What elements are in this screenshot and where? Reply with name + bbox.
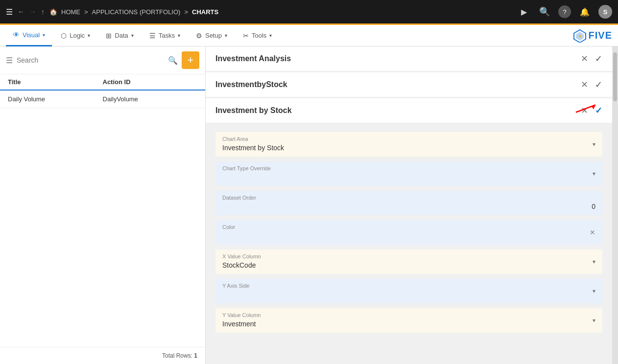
charts-label[interactable]: CHARTS (192, 8, 218, 16)
data-icon: ⊞ (106, 32, 112, 40)
five-logo-text: FIVE (589, 30, 612, 41)
tab-tools[interactable]: ✂ Tools ▾ (236, 25, 279, 46)
sidebar-rows: Daily Volume DailyVolume (0, 91, 205, 347)
data-caret: ▾ (131, 33, 134, 38)
main-area: ☰ 🔍 + Title Action ID Daily Volume Daily… (0, 46, 618, 364)
tab-data[interactable]: ⊞ Data ▾ (99, 25, 140, 46)
investment-by-stock-title: Investment by Stock (215, 106, 292, 115)
tasks-caret: ▾ (178, 33, 180, 38)
filter-icon: ☰ (6, 56, 13, 65)
home-icon: 🏠 (49, 8, 57, 16)
chart-type-override-label: Chart Type Override (222, 165, 595, 171)
investment-by-stock-header-title: InvestmentbyStock (215, 80, 287, 89)
data-label: Data (115, 32, 128, 39)
sidebar-footer: Total Rows: 1 (0, 347, 205, 364)
top-nav-left: ☰ ← → ↑ 🏠 HOME > APPLICATIONS (PORTFOLIO… (6, 7, 511, 17)
y-value-column-label: Y Value Column (222, 312, 595, 318)
search-icon[interactable]: 🔍 (168, 56, 178, 65)
investment-analysis-section: Investment Analysis ✕ ✓ (206, 46, 612, 71)
dataset-order-field[interactable]: Dataset Order 0 (215, 191, 602, 215)
tasks-icon: ☰ (149, 32, 156, 40)
row-title: Daily Volume (8, 95, 103, 103)
second-nav: 👁 Visual ▾ ⬡ Logic ▾ ⊞ Data ▾ ☰ Tasks ▾ … (0, 25, 618, 46)
y-axis-side-dropdown-icon[interactable]: ▾ (593, 288, 595, 295)
search-nav-icon[interactable]: 🔍 (538, 5, 551, 19)
add-button[interactable]: + (182, 51, 199, 69)
sep2: > (184, 8, 188, 16)
column-title-header: Title (8, 78, 103, 86)
chart-area-field[interactable]: Chart Area Investment by Stock ▾ (215, 132, 602, 157)
chart-area-value: Investment by Stock (222, 144, 595, 152)
sep1: > (84, 8, 88, 16)
svg-text:✦: ✦ (578, 34, 582, 39)
chart-type-override-dropdown-icon[interactable]: ▾ (593, 170, 595, 177)
right-panel-wrapper: Investment Analysis ✕ ✓ InvestmentbyStoc… (206, 46, 618, 364)
x-value-column-label: X Value Column (222, 253, 595, 259)
y-value-column-field[interactable]: Y Value Column Investment ▾ (215, 308, 602, 333)
confirm-analysis-icon[interactable]: ✓ (595, 53, 602, 64)
chart-area-dropdown-icon[interactable]: ▾ (593, 141, 595, 148)
avatar[interactable]: S (598, 5, 612, 19)
dataset-order-value: 0 (222, 203, 595, 210)
confirm-header-icon[interactable]: ✓ (595, 79, 602, 90)
five-logo: ✦ FIVE (573, 29, 612, 43)
close-header-icon[interactable]: ✕ (581, 79, 588, 90)
confirm-investment-icon[interactable]: ✓ (595, 105, 602, 116)
row-action-id: DailyVolume (103, 95, 198, 103)
up-arrow-icon[interactable]: ↑ (41, 8, 45, 16)
setup-icon: ⚙ (196, 32, 202, 40)
close-analysis-icon[interactable]: ✕ (581, 53, 588, 64)
color-value (222, 232, 595, 240)
tools-caret: ▾ (269, 33, 272, 38)
total-rows-count: 1 (194, 352, 197, 359)
visual-caret: ▾ (43, 32, 45, 38)
notification-icon[interactable]: 🔔 (578, 5, 592, 19)
chart-area-label: Chart Area (222, 136, 595, 142)
tasks-label: Tasks (159, 32, 175, 39)
chart-type-override-field[interactable]: Chart Type Override ▾ (215, 161, 602, 186)
table-header: Title Action ID (0, 74, 205, 91)
scrollbar-thumb[interactable] (613, 52, 617, 101)
y-axis-side-field[interactable]: Y Axis Side ▾ (215, 279, 602, 303)
scrollbar-track[interactable] (612, 46, 618, 364)
color-clear-icon[interactable]: ✕ (590, 228, 595, 236)
dataset-order-label: Dataset Order (222, 195, 595, 201)
color-field[interactable]: Color ✕ (215, 220, 602, 245)
y-value-column-value: Investment (222, 320, 595, 328)
chart-type-override-value (222, 173, 595, 181)
table-row[interactable]: Daily Volume DailyVolume (0, 91, 205, 108)
breadcrumb: 🏠 HOME > APPLICATIONS (PORTFOLIO) > CHAR… (49, 8, 218, 16)
forward-icon[interactable]: → (29, 8, 36, 16)
logic-icon: ⬡ (61, 32, 67, 40)
tab-logic[interactable]: ⬡ Logic ▾ (54, 25, 97, 46)
search-input[interactable] (17, 56, 164, 64)
back-arrow-icon[interactable]: ← (18, 8, 24, 16)
logic-caret: ▾ (88, 33, 90, 38)
help-icon[interactable]: ? (558, 5, 571, 18)
investment-analysis-actions: ✕ ✓ (581, 53, 602, 64)
hamburger-icon[interactable]: ☰ (6, 7, 13, 17)
investment-by-stock-actions: ✕ ✓ (581, 105, 602, 116)
x-value-column-dropdown-icon[interactable]: ▾ (593, 258, 595, 265)
top-nav-right: ▶ 🔍 ? 🔔 S (517, 5, 612, 19)
investment-analysis-title: Investment Analysis (215, 54, 291, 63)
investment-by-stock-header-actions: ✕ ✓ (581, 79, 602, 90)
home-label[interactable]: HOME (61, 8, 80, 16)
logic-label: Logic (70, 32, 85, 39)
play-button[interactable]: ▶ (517, 5, 531, 19)
tab-visual[interactable]: 👁 Visual ▾ (6, 25, 52, 46)
x-value-column-field[interactable]: X Value Column StockCode ▾ (215, 250, 602, 274)
y-value-column-dropdown-icon[interactable]: ▾ (593, 317, 595, 324)
five-logo-icon: ✦ (573, 29, 587, 43)
close-investment-icon[interactable]: ✕ (581, 105, 588, 116)
tab-setup[interactable]: ⚙ Setup ▾ (189, 25, 234, 46)
x-value-column-value: StockCode (222, 261, 595, 269)
search-bar: ☰ 🔍 + (0, 46, 205, 74)
right-panel: Investment Analysis ✕ ✓ InvestmentbyStoc… (206, 46, 612, 364)
tab-tasks[interactable]: ☰ Tasks ▾ (143, 25, 187, 46)
top-nav: ☰ ← → ↑ 🏠 HOME > APPLICATIONS (PORTFOLIO… (0, 0, 618, 23)
form-area: Chart Area Investment by Stock ▾ Chart T… (206, 124, 612, 341)
tools-label: Tools (252, 32, 266, 39)
y-axis-side-label: Y Axis Side (222, 283, 595, 289)
app-label[interactable]: APPLICATIONS (PORTFOLIO) (92, 8, 181, 16)
